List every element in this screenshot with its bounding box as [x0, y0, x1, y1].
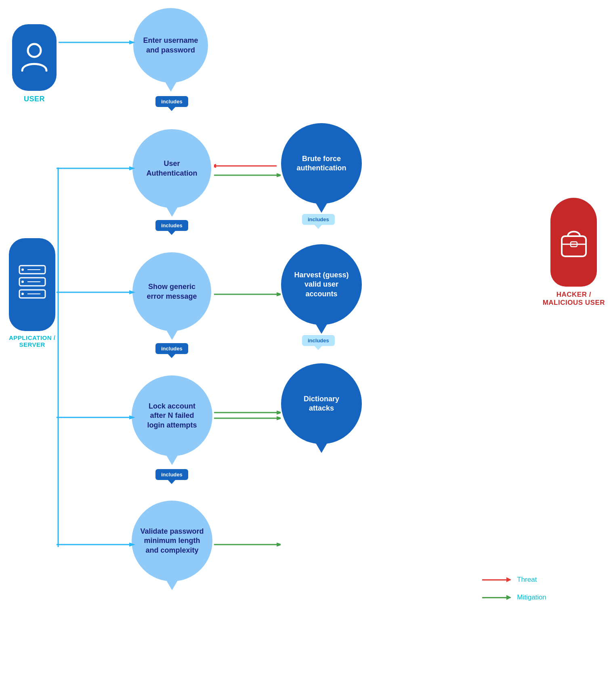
user-body — [12, 24, 57, 91]
arrow-mitigation-dict-1 — [214, 410, 281, 421]
svg-point-6 — [21, 293, 24, 295]
bubble-harvest: Harvest (guess) valid user accounts — [281, 244, 362, 325]
svg-marker-28 — [277, 411, 281, 415]
bubble-brute-force: Brute force authentication — [281, 123, 362, 204]
hacker-body — [550, 198, 597, 287]
mitigation-label: Mitigation — [517, 593, 546, 601]
svg-marker-34 — [277, 543, 281, 547]
server-label: APPLICATION / SERVER — [9, 334, 55, 348]
svg-point-2 — [21, 268, 24, 271]
legend-mitigation: Mitigation — [482, 593, 546, 601]
svg-point-4 — [21, 281, 24, 283]
includes-badge-2: includes — [155, 220, 188, 231]
bubble-show-error: Show generic error message — [132, 252, 211, 331]
bubble-validate-password: Validate password minimum length and com… — [132, 501, 212, 581]
svg-marker-16 — [129, 166, 135, 170]
server-actor: APPLICATION / SERVER — [9, 238, 55, 348]
server-vertical-line — [57, 168, 60, 547]
legend: Threat Mitigation — [482, 576, 546, 611]
threat-line — [482, 579, 510, 581]
svg-marker-14 — [129, 40, 135, 44]
arrow-user-to-credentials — [59, 39, 137, 46]
svg-marker-22 — [129, 290, 135, 294]
svg-marker-20 — [277, 173, 281, 177]
bubble-user-auth: User Authentication — [132, 129, 211, 208]
svg-marker-18 — [214, 164, 216, 168]
svg-marker-30 — [277, 416, 281, 420]
includes-badge-1: includes — [155, 96, 188, 107]
includes-badge-3: includes — [155, 343, 188, 354]
bubble-lock-account: Lock account after N failed login attemp… — [132, 375, 212, 456]
diagram-container: USER APPLICATION / SERVER — [0, 0, 611, 700]
svg-marker-26 — [129, 415, 135, 419]
mitigation-line — [482, 597, 510, 598]
arrow-mitigation-validate — [214, 541, 281, 548]
svg-marker-32 — [129, 543, 135, 547]
arrow-server-to-lock — [57, 414, 137, 421]
hacker-label: Hacker / Malicious User — [543, 291, 605, 307]
arrow-mitigation-harvest — [214, 291, 281, 298]
threat-label: Threat — [517, 576, 537, 584]
arrow-threat-brute — [214, 162, 281, 170]
user-actor: USER — [12, 24, 57, 103]
arrow-mitigation-brute — [214, 172, 281, 179]
arrow-server-to-validate — [57, 541, 137, 548]
includes-badge-brute: includes — [302, 214, 335, 225]
svg-point-0 — [28, 44, 41, 57]
user-label: USER — [24, 95, 45, 103]
includes-badge-4: includes — [155, 469, 188, 480]
legend-threat: Threat — [482, 576, 546, 584]
includes-badge-harvest: includes — [302, 335, 335, 346]
hacker-actor: Hacker / Malicious User — [543, 198, 605, 307]
bubble-dictionary: Dictionary attacks — [281, 363, 362, 444]
bubble-enter-credentials: Enter username and password — [133, 8, 208, 83]
arrow-server-to-auth — [57, 165, 137, 172]
arrow-server-to-error — [57, 289, 137, 296]
server-body — [9, 238, 55, 331]
svg-marker-24 — [277, 292, 281, 296]
